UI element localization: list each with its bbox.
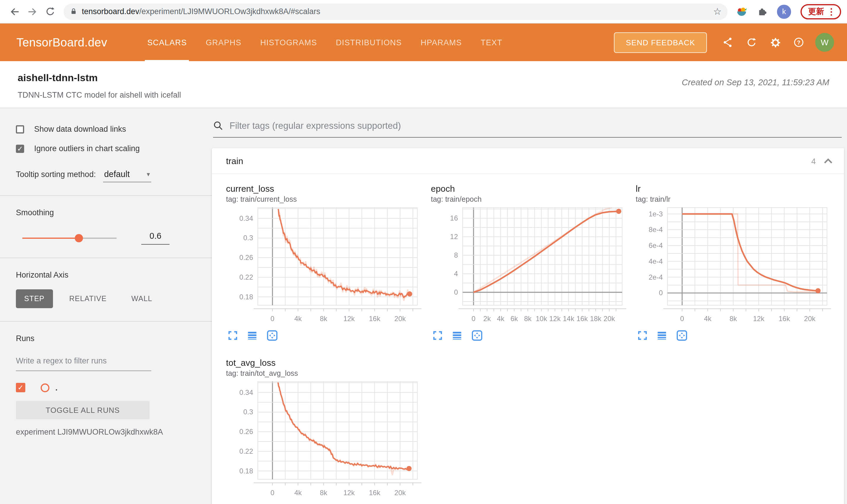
svg-text:0.3: 0.3 bbox=[243, 234, 253, 242]
filter-tags-field[interactable]: Filter tags (regular expressions support… bbox=[213, 121, 842, 138]
svg-text:0: 0 bbox=[271, 314, 274, 323]
chart-title: tot_avg_loss bbox=[226, 358, 426, 367]
run-name: . bbox=[55, 383, 58, 392]
toggle-all-runs-button[interactable]: TOGGLE ALL RUNS bbox=[16, 401, 150, 419]
bookmark-star-icon[interactable]: ☆ bbox=[713, 7, 722, 16]
svg-text:8: 8 bbox=[454, 251, 458, 259]
browser-menu-icon[interactable]: ⋮ bbox=[827, 6, 836, 17]
svg-text:16k: 16k bbox=[778, 314, 790, 323]
settings-sidebar: Show data download links ✓ Ignore outlie… bbox=[0, 108, 212, 436]
fullscreen-icon[interactable] bbox=[637, 330, 648, 341]
help-button[interactable]: ? bbox=[787, 31, 811, 54]
tab-histograms[interactable]: HISTOGRAMS bbox=[251, 23, 326, 61]
horizontal-axis-label: Horizontal Axis bbox=[16, 271, 196, 280]
svg-text:0.18: 0.18 bbox=[239, 293, 253, 301]
axis-relative-button[interactable]: RELATIVE bbox=[61, 289, 115, 308]
svg-text:0.18: 0.18 bbox=[239, 467, 253, 475]
account-avatar[interactable]: W bbox=[815, 33, 834, 52]
tab-scalars[interactable]: SCALARS bbox=[138, 23, 196, 61]
smoothing-label: Smoothing bbox=[16, 208, 196, 217]
chart-plot[interactable]: 04k8k12k16k20k0.180.220.260.30.34 bbox=[226, 206, 426, 327]
svg-text:8k: 8k bbox=[730, 314, 737, 323]
share-icon bbox=[722, 36, 734, 48]
url-bar[interactable]: tensorboard.dev/experiment/LJI9MWUORLOw3… bbox=[64, 3, 727, 20]
svg-text:2k: 2k bbox=[483, 314, 491, 323]
tag-group-header[interactable]: train 4 bbox=[212, 148, 844, 174]
log-scale-icon[interactable] bbox=[656, 330, 668, 341]
charts-grid: current_loss tag: train/current_loss 04k… bbox=[226, 183, 836, 504]
send-feedback-button[interactable]: SEND FEEDBACK bbox=[614, 32, 707, 53]
run-checkbox[interactable]: ✓ bbox=[16, 383, 25, 392]
reload-button[interactable] bbox=[41, 3, 59, 20]
experiment-created-date: Created on Sep 13, 2021, 11:59:23 AM bbox=[682, 61, 829, 108]
tooltip-sorting-select[interactable]: default ▾ bbox=[103, 169, 151, 182]
fruit-bowl-extension-icon[interactable] bbox=[736, 5, 747, 17]
chart-tag: tag: train/current_loss bbox=[226, 195, 426, 203]
extensions-puzzle-icon[interactable] bbox=[757, 6, 767, 17]
runs-filter-input[interactable]: Write a regex to filter runs bbox=[16, 356, 151, 371]
smoothing-slider-thumb[interactable] bbox=[75, 234, 83, 242]
log-scale-icon[interactable] bbox=[451, 330, 463, 341]
dropdown-arrow-icon: ▾ bbox=[147, 170, 150, 178]
svg-text:12k: 12k bbox=[753, 314, 765, 323]
run-color-swatch[interactable] bbox=[40, 383, 49, 392]
app-header: TensorBoard.dev SCALARS GRAPHS HISTOGRAM… bbox=[0, 23, 847, 61]
url-domain: tensorboard.dev bbox=[82, 7, 139, 16]
svg-text:6e-4: 6e-4 bbox=[649, 241, 663, 249]
svg-text:16k: 16k bbox=[369, 314, 381, 323]
experiment-description: TDNN-LSTM CTC model for aishell with ice… bbox=[18, 91, 181, 100]
chart-plot[interactable]: 02k4k6k8k10k12k14k16k18k20k0481216 bbox=[431, 206, 631, 327]
scalar-chart: lr tag: train/lr 04k8k12k16k20k02e-44e-4… bbox=[636, 183, 836, 342]
fit-domain-icon[interactable] bbox=[266, 329, 278, 341]
svg-text:0: 0 bbox=[271, 489, 274, 497]
smoothing-slider[interactable] bbox=[22, 234, 117, 242]
app-brand[interactable]: TensorBoard.dev bbox=[16, 36, 107, 49]
browser-toolbar: tensorboard.dev/experiment/LJI9MWUORLOw3… bbox=[0, 0, 847, 23]
fit-domain-icon[interactable] bbox=[471, 329, 483, 341]
chevron-up-icon[interactable] bbox=[823, 157, 833, 165]
chart-plot[interactable]: 04k8k12k16k20k02e-44e-46e-48e-41e-3 bbox=[636, 206, 836, 327]
axis-wall-button[interactable]: WALL bbox=[123, 289, 160, 308]
tooltip-sorting-value: default bbox=[104, 169, 130, 179]
svg-text:4: 4 bbox=[454, 270, 458, 277]
show-download-links-checkbox[interactable] bbox=[16, 125, 24, 133]
tab-distributions[interactable]: DISTRIBUTIONS bbox=[326, 23, 411, 61]
browser-profile-avatar[interactable]: k bbox=[777, 4, 791, 19]
check-icon: ✓ bbox=[17, 144, 23, 152]
svg-text:4k: 4k bbox=[497, 314, 505, 323]
chart-plot[interactable]: 04k8k12k16k20k0.180.220.260.30.34 bbox=[226, 380, 426, 501]
tab-graphs[interactable]: GRAPHS bbox=[196, 23, 251, 61]
svg-text:16: 16 bbox=[450, 214, 458, 222]
tab-text[interactable]: TEXT bbox=[471, 23, 512, 61]
smoothing-value-input[interactable]: 0.6 bbox=[141, 231, 170, 245]
log-scale-icon[interactable] bbox=[246, 330, 258, 341]
ignore-outliers-checkbox[interactable]: ✓ bbox=[16, 144, 24, 152]
gear-icon bbox=[769, 36, 781, 49]
fit-domain-icon[interactable] bbox=[676, 329, 688, 341]
axis-step-button[interactable]: STEP bbox=[16, 289, 53, 308]
show-download-links-row[interactable]: Show data download links bbox=[16, 125, 196, 133]
chart-tag: tag: train/epoch bbox=[431, 195, 631, 203]
tab-hparams[interactable]: HPARAMS bbox=[411, 23, 471, 61]
svg-text:0.26: 0.26 bbox=[239, 253, 253, 262]
fullscreen-icon[interactable] bbox=[432, 330, 443, 341]
fullscreen-icon[interactable] bbox=[227, 330, 238, 341]
svg-text:?: ? bbox=[797, 39, 800, 46]
browser-update-button[interactable]: 更新 ⋮ bbox=[800, 4, 841, 19]
smoothing-slider-fill bbox=[22, 237, 79, 239]
experiment-run-name: experiment LJI9MWUORLOw3jkdhxwk8A bbox=[16, 428, 196, 436]
refresh-data-button[interactable] bbox=[740, 31, 763, 54]
share-button[interactable] bbox=[716, 31, 740, 54]
url-path: /experiment/LJI9MWUORLOw3jkdhxwk8A/#scal… bbox=[139, 7, 320, 16]
svg-text:20k: 20k bbox=[394, 314, 406, 323]
forward-button[interactable] bbox=[23, 3, 41, 20]
svg-text:0.34: 0.34 bbox=[239, 214, 253, 222]
svg-text:0: 0 bbox=[680, 314, 684, 323]
back-button[interactable] bbox=[6, 3, 23, 20]
settings-button[interactable] bbox=[763, 31, 787, 54]
svg-text:8e-4: 8e-4 bbox=[649, 226, 663, 233]
svg-text:4k: 4k bbox=[294, 489, 302, 497]
svg-text:12k: 12k bbox=[343, 314, 355, 323]
ignore-outliers-row[interactable]: ✓ Ignore outliers in chart scaling bbox=[16, 144, 196, 153]
svg-text:16k: 16k bbox=[369, 489, 381, 497]
